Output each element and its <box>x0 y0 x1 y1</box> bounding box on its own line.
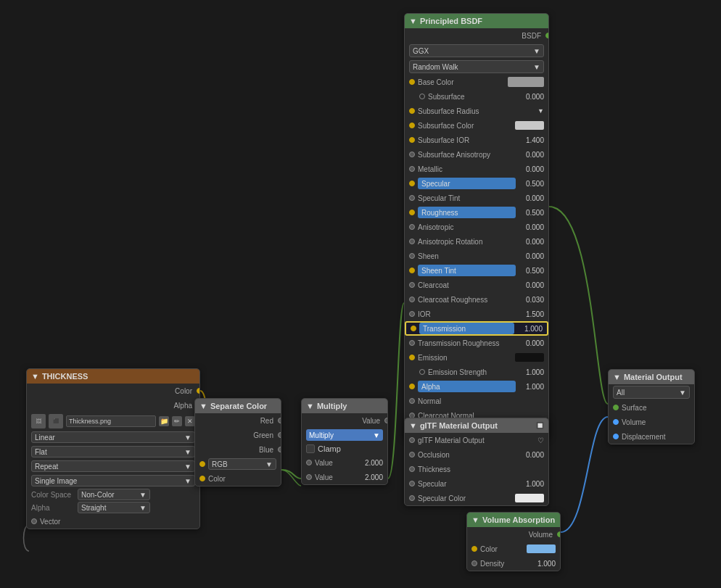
vector-socket <box>31 518 37 524</box>
specular-tint-row: Specular Tint 0.000 <box>405 191 548 205</box>
transmission-bar[interactable]: Transmission <box>419 323 514 334</box>
gltf-specular-color-swatch[interactable] <box>515 494 544 502</box>
alpha-mode-row: Alpha Straight ▼ <box>27 501 199 514</box>
thickness-collapse-arrow[interactable]: ▼ <box>31 372 39 381</box>
alpha-label: Alpha <box>421 383 440 391</box>
delete-icon[interactable]: ✕ <box>185 416 195 426</box>
green-label: Green <box>253 431 273 439</box>
interpolation-row: Linear ▼ <box>27 430 199 444</box>
material-output-dropdown[interactable]: All ▼ <box>613 386 690 399</box>
sheen-label: Sheen <box>418 252 519 260</box>
transmission-label: Transmission <box>423 325 466 333</box>
vol-density-row: Density 1.000 <box>467 556 560 571</box>
multiply-output-label: Value <box>362 417 380 425</box>
color-space-label: Color Space <box>31 491 75 499</box>
sheen-value: 0.000 <box>519 252 544 260</box>
subsurface-anisotropy-socket <box>409 152 415 157</box>
interpolation-dropdown[interactable]: Linear ▼ <box>31 431 195 443</box>
thickness-alpha-output-row: Alpha <box>27 398 199 413</box>
clamp-checkbox[interactable] <box>306 444 315 453</box>
subsurface-row: Subsurface 0.000 <box>405 89 548 104</box>
base-color-row: Base Color <box>405 75 548 89</box>
bsdf-output-label: BSDF <box>522 32 541 40</box>
gltf-collapse-arrow[interactable]: ▼ <box>409 421 417 430</box>
random-walk-dropdown[interactable]: Random Walk ▼ <box>409 60 544 73</box>
occlusion-row: Occlusion 0.000 <box>405 447 548 462</box>
collapse-arrow[interactable]: ▼ <box>409 17 417 25</box>
rgb-row: RGB ▼ <box>195 457 281 471</box>
thickness-filename[interactable]: Thickness.png <box>66 415 156 427</box>
subsurface-anisotropy-value: 0.000 <box>519 151 544 159</box>
specular-socket <box>409 181 415 186</box>
vol-color-label: Color <box>480 545 527 553</box>
emission-row: Emission <box>405 350 548 365</box>
subsurface-color-swatch[interactable] <box>515 121 544 130</box>
thickness-color-output-row: Color <box>27 384 199 398</box>
emission-strength-value: 1.000 <box>519 368 544 376</box>
emission-swatch[interactable] <box>515 353 544 362</box>
thickness-header: ▼ THICKNESS <box>27 369 199 384</box>
multiply-operation-dropdown[interactable]: Multiply ▼ <box>306 429 383 441</box>
material-output-title: Material Output <box>624 373 683 381</box>
clearcoat-roughness-row: Clearcoat Roughness 0.030 <box>405 292 548 307</box>
multiply-output-socket <box>384 418 388 423</box>
projection-dropdown[interactable]: Single Image ▼ <box>31 475 195 486</box>
anisotropic-rotation-value: 0.000 <box>519 238 544 246</box>
ggx-dropdown[interactable]: GGX ▼ <box>409 44 544 57</box>
subsurface-socket <box>419 94 425 99</box>
alpha-bar[interactable]: Alpha <box>418 381 516 392</box>
ggx-row: GGX ▼ <box>405 43 548 59</box>
material-collapse-arrow[interactable]: ▼ <box>613 373 621 381</box>
roughness-bar[interactable]: Roughness <box>418 207 516 218</box>
material-output-dropdown-row: All ▼ <box>609 384 694 400</box>
sep-collapse-arrow[interactable]: ▼ <box>199 402 207 410</box>
vol-density-label: Density <box>480 560 530 568</box>
thickness-color-socket <box>197 388 200 394</box>
color-space-dropdown[interactable]: Non-Color ▼ <box>78 489 150 500</box>
subsurface-radius-label: Subsurface Radius <box>418 107 537 115</box>
emission-socket <box>409 355 415 360</box>
gltf-title: gITF Material Output <box>420 421 498 430</box>
gltf-output-node: ▼ gITF Material Output 🔲 gITF Material O… <box>404 418 549 506</box>
extension-dropdown[interactable]: Flat ▼ <box>31 446 195 457</box>
multiply-input-socket <box>306 474 312 480</box>
principled-bsdf-header: ▼ Principled BSDF <box>405 14 548 28</box>
base-color-swatch[interactable] <box>508 77 544 87</box>
mul-collapse-arrow[interactable]: ▼ <box>306 402 314 410</box>
alpha-value: 1.000 <box>519 383 544 391</box>
material-output-node: ▼ Material Output All ▼ Surface Volume D… <box>608 369 695 444</box>
gltf-thickness-row: Thickness <box>405 462 548 476</box>
thickness-alpha-output-label: Alpha <box>173 402 192 410</box>
metallic-value: 0.000 <box>519 165 544 173</box>
specular-bar[interactable]: Specular <box>418 178 516 189</box>
rgb-dropdown[interactable]: RGB ▼ <box>208 458 276 470</box>
subsurface-radius-row: Subsurface Radius ▼ <box>405 104 548 118</box>
sheen-tint-bar[interactable]: Sheen Tint <box>418 265 516 276</box>
normal-label: Normal <box>418 397 544 405</box>
repeat-dropdown[interactable]: Repeat ▼ <box>31 460 195 472</box>
transmission-roughness-value: 0.000 <box>519 339 544 347</box>
ior-socket <box>409 311 415 317</box>
blue-socket <box>278 447 281 452</box>
vol-color-swatch[interactable] <box>527 544 556 553</box>
occlusion-label: Occlusion <box>418 451 519 459</box>
thickness-color-output-label: Color <box>175 387 192 395</box>
clearcoat-row: Clearcoat 0.000 <box>405 278 548 292</box>
edit-icon[interactable]: ✏ <box>172 416 182 426</box>
projection-row: Single Image ▼ <box>27 473 199 488</box>
emission-label: Emission <box>418 354 515 362</box>
thickness-node: ▼ THICKNESS Color Alpha 🖼 ⬛ Thickness.pn… <box>26 368 200 529</box>
blue-output-row: Blue <box>195 442 281 457</box>
roughness-value: 0.500 <box>519 209 544 217</box>
sep-color-socket <box>199 476 205 481</box>
green-socket <box>278 432 281 438</box>
alpha-dropdown[interactable]: Straight ▼ <box>78 502 150 513</box>
vol-collapse-arrow[interactable]: ▼ <box>471 515 479 524</box>
subsurface-anisotropy-label: Subsurface Anisotropy <box>418 151 519 159</box>
gltf-label-row: gITF Material Output ♡ <box>405 433 548 447</box>
texture-thumbnail: 🖼 <box>31 414 46 428</box>
gltf-specular-label: Specular <box>418 480 519 488</box>
green-output-row: Green <box>195 428 281 442</box>
browse-icon[interactable]: 📁 <box>159 416 169 426</box>
normal-socket <box>409 398 415 404</box>
